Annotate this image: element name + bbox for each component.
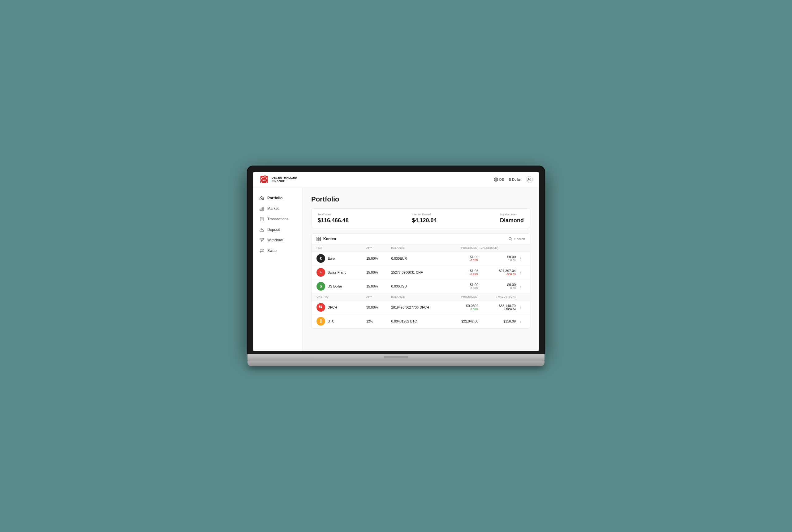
price-main: $1.00	[441, 283, 479, 287]
chart-icon	[259, 206, 264, 211]
table-row: € Euro 15.00% 0.000EUR $1.09 -0.02% $0.0…	[311, 252, 530, 266]
svg-rect-24	[262, 208, 262, 210]
cell-balance: 0.000EUR	[391, 256, 441, 260]
svg-rect-1	[260, 176, 262, 177]
total-value: $116,466.48	[318, 217, 349, 224]
svg-point-22	[528, 178, 530, 180]
value-sub: 0.00	[478, 287, 516, 290]
sidebar-item-transactions[interactable]: Transactions	[253, 214, 302, 224]
language-label: DE	[499, 178, 504, 182]
cell-price: $22,842.00	[441, 319, 479, 323]
sidebar-label-portfolio: Portfolio	[267, 196, 283, 200]
col-crypto-apy: APY	[366, 295, 391, 298]
sidebar-item-withdraw[interactable]: Withdraw	[253, 235, 302, 245]
swap-icon	[259, 248, 264, 253]
cell-balance: 25277.5906031 CHF	[391, 270, 441, 274]
svg-rect-23	[260, 209, 261, 210]
search-box[interactable]: Search	[509, 237, 525, 241]
svg-rect-37	[319, 237, 321, 239]
svg-rect-4	[262, 178, 264, 179]
loyalty-value: Diamond	[500, 217, 524, 224]
cell-value: $85,148.70 +$306.54	[478, 304, 516, 311]
search-label: Search	[514, 237, 525, 241]
value-main: $0.00	[478, 283, 516, 287]
screen-bezel: DECENTRALIZED FINANCE	[248, 166, 544, 354]
col-crypto: CRYPTO	[316, 295, 366, 298]
cell-balance: 0.00481982 BTC	[391, 319, 441, 323]
col-crypto-balance: Balance	[391, 295, 441, 298]
row-menu-button[interactable]: ⋮	[516, 305, 525, 310]
accounts-title: Konten	[316, 237, 336, 241]
total-value-label: Total Value	[318, 213, 349, 216]
coin-avatar: $	[316, 282, 325, 291]
stat-total-value: Total Value $116,466.48	[318, 213, 349, 224]
price-change: 0.36%	[441, 308, 479, 311]
app: DECENTRALIZED FINANCE	[253, 172, 539, 351]
cell-price: $1.08 -0.29%	[441, 269, 479, 276]
language-button[interactable]: DE	[494, 177, 504, 182]
table-header: FIAT APY Balance Price(USD) ↓ Value(USD)	[311, 245, 530, 252]
sidebar-label-deposit: Deposit	[267, 227, 280, 232]
stat-loyalty: Loyalty Level Diamond	[500, 213, 524, 224]
col-balance: Balance	[391, 246, 441, 249]
coin-name: Euro	[328, 256, 335, 260]
value-main: $27,397.04	[478, 269, 516, 273]
coin-avatar: €	[316, 254, 325, 263]
value-sub: -$80.89	[478, 273, 516, 276]
row-menu-button[interactable]: ⋮	[516, 319, 525, 324]
coin-avatar	[316, 303, 325, 312]
svg-rect-42	[319, 305, 320, 307]
laptop-notch	[384, 356, 408, 358]
laptop-container: DECENTRALIZED FINANCE	[248, 166, 544, 366]
col-value[interactable]: ↓ Value(USD)	[478, 246, 516, 249]
coin-name: BTC	[328, 319, 334, 323]
crypto-section-header: CRYPTO APY Balance Price(USD) ↓ Value(EU…	[311, 293, 530, 301]
cell-value: $0.00 0.00	[478, 283, 516, 290]
sidebar-item-swap[interactable]: Swap	[253, 245, 302, 256]
col-apy: APY	[366, 246, 391, 249]
receipt-icon	[259, 217, 264, 222]
content-area: Portfolio Total Value $116,466.48 Intere…	[303, 188, 539, 351]
price-change: -0.02%	[441, 259, 479, 262]
coin-name: DFCH	[328, 305, 337, 309]
svg-rect-12	[266, 179, 268, 181]
coin-cell: + Swiss Franc	[316, 268, 366, 277]
logo-icon	[259, 174, 269, 185]
sidebar-item-market[interactable]: Market	[253, 203, 302, 214]
value-sub: 0.00	[478, 259, 516, 262]
logo-text: DECENTRALIZED FINANCE	[272, 176, 297, 183]
svg-rect-45	[321, 307, 322, 308]
row-menu-button[interactable]: ⋮	[516, 270, 525, 275]
table-row: DFCH 30.00% 2819493.3627736 DFCH $0.0302…	[311, 301, 530, 315]
user-button[interactable]	[526, 176, 533, 183]
svg-rect-44	[319, 307, 320, 308]
svg-rect-36	[317, 237, 318, 239]
cell-apy: 12%	[366, 319, 391, 323]
value-main: $0.00	[478, 255, 516, 259]
cell-value: $0.00 0.00	[478, 255, 516, 262]
sidebar-item-deposit[interactable]: Deposit	[253, 224, 302, 235]
row-menu-button[interactable]: ⋮	[516, 284, 525, 289]
user-icon	[527, 177, 532, 182]
sidebar-label-swap: Swap	[267, 248, 276, 253]
cell-balance: 2819493.3627736 DFCH	[391, 305, 441, 309]
cell-price: $1.09 -0.02%	[441, 255, 479, 262]
fiat-section: € Euro 15.00% 0.000EUR $1.09 -0.02% $0.0…	[311, 252, 530, 293]
sidebar-label-transactions: Transactions	[267, 217, 288, 221]
sidebar-item-portfolio[interactable]: Portfolio	[253, 193, 302, 203]
row-menu-button[interactable]: ⋮	[516, 256, 525, 261]
cell-value: $27,397.04 -$80.89	[478, 269, 516, 276]
currency-button[interactable]: $ Dollar	[509, 178, 521, 182]
table-row: + Swiss Franc 15.00% 25277.5906031 CHF $…	[311, 266, 530, 280]
sidebar-label-withdraw: Withdraw	[267, 238, 283, 242]
coin-name: US Dollar	[328, 284, 342, 288]
search-icon	[509, 237, 512, 241]
table-row: $ US Dollar 15.00% 0.000USD $1.00 0.00% …	[311, 280, 530, 293]
price-main: $0.0302	[441, 304, 479, 308]
cell-price: $0.0302 0.36%	[441, 304, 479, 311]
laptop-bottom	[248, 361, 544, 366]
coin-avatar: ₿	[316, 317, 325, 326]
grid-icon	[316, 237, 321, 241]
cell-apy: 15.00%	[366, 256, 391, 260]
crypto-section: DFCH 30.00% 2819493.3627736 DFCH $0.0302…	[311, 301, 530, 328]
